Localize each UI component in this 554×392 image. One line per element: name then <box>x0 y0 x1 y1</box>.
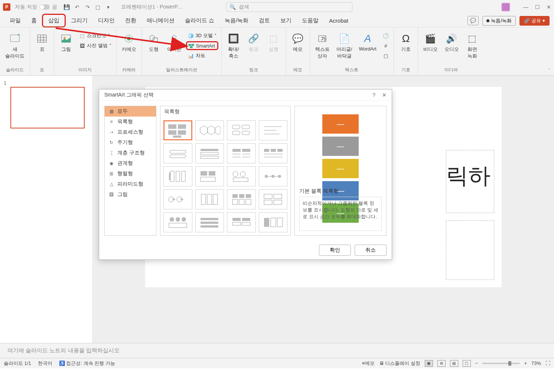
collapse-ribbon-icon[interactable]: ˄ <box>548 68 550 73</box>
tab-review[interactable]: 검토 <box>254 15 275 26</box>
cat-list[interactable]: ≡목록형 <box>105 117 156 127</box>
sorter-view-icon[interactable]: ⊞ <box>437 360 446 367</box>
layout-item[interactable] <box>163 143 192 163</box>
ok-button[interactable]: 확인 <box>319 245 351 256</box>
cat-all[interactable]: ▦모두 <box>105 106 156 117</box>
comments-button[interactable]: 💬 <box>467 16 479 25</box>
notes-toggle[interactable]: ≡메모 <box>362 360 375 367</box>
layout-item[interactable] <box>259 166 288 186</box>
normal-view-icon[interactable]: ▣ <box>425 360 433 367</box>
cancel-button[interactable]: 취소 <box>355 245 387 256</box>
tab-file[interactable]: 파일 <box>4 15 26 26</box>
tab-acrobat[interactable]: Acrobat <box>324 15 353 26</box>
layout-item[interactable] <box>259 143 288 163</box>
slide-thumbnail-1[interactable] <box>10 87 85 128</box>
datetime-button[interactable]: 🕐 <box>381 31 391 40</box>
cat-picture[interactable]: 🖼그림 <box>105 189 156 200</box>
slide-indicator[interactable]: 슬라이드 1/1 <box>4 360 31 367</box>
redo-icon[interactable]: ↷ <box>84 3 91 11</box>
maximize-icon[interactable]: ☐ <box>535 4 540 10</box>
wordart-button[interactable]: AWordArt <box>356 31 378 52</box>
display-settings[interactable]: 🖥 디스플레이 설정 <box>379 360 420 367</box>
screenshot-button[interactable]: ⬚스크린샷 ˅ <box>77 31 113 40</box>
layout-item[interactable] <box>163 166 192 186</box>
minimize-icon[interactable]: ― <box>523 4 528 10</box>
tab-slideshow[interactable]: 슬라이드 쇼 <box>180 15 219 26</box>
undo-icon[interactable]: ↶ <box>74 3 81 11</box>
cameo-button[interactable]: 카메오 <box>120 31 138 53</box>
fit-to-window-icon[interactable]: ⛶ <box>545 360 550 366</box>
icons-button[interactable]: 아이콘 <box>165 31 184 53</box>
shapes-button[interactable]: 도형 <box>145 31 163 53</box>
picture-button[interactable]: 그림 <box>57 31 75 53</box>
dialog-close-icon[interactable]: ✕ <box>382 92 387 98</box>
tab-help[interactable]: 도움말 <box>297 15 324 26</box>
slideshow-view-icon[interactable]: ▢ <box>463 360 471 367</box>
zoom-button[interactable]: 🔲확대/ 축소 <box>225 31 242 60</box>
screen-recording-button[interactable]: ⬚화면 녹화 <box>463 31 481 60</box>
tab-transition[interactable]: 전환 <box>120 15 141 26</box>
autosave-toggle[interactable]: 자동 저장 끔 <box>15 4 57 10</box>
tab-animation[interactable]: 애니메이션 <box>141 15 180 26</box>
slide-number-button[interactable]: # <box>381 41 391 50</box>
chart-button[interactable]: 📊차트 <box>186 51 218 60</box>
layout-item[interactable] <box>259 189 288 209</box>
notes-pane[interactable]: 여기에 슬라이드 노트의 내용을 입력하십시오 <box>0 343 554 358</box>
close-icon[interactable]: ✕ <box>547 4 551 10</box>
cat-hierarchy[interactable]: ⌶계층 구조형 <box>105 148 156 158</box>
cat-relation[interactable]: ◉관계형 <box>105 158 156 169</box>
tab-insert[interactable]: 삽입 <box>42 14 66 27</box>
photo-album-button[interactable]: 🖼사진 앨범 ˅ <box>77 41 113 50</box>
language-indicator[interactable]: 한국어 <box>38 360 52 367</box>
layout-item[interactable] <box>195 143 224 163</box>
accessibility-indicator[interactable]: ♿ 접근성: 계속 진행 가능 <box>59 360 115 367</box>
zoom-slider[interactable] <box>482 363 519 364</box>
layout-item[interactable] <box>195 212 224 232</box>
audio-button[interactable]: 🔊오디오 <box>442 31 461 53</box>
tab-home[interactable]: 홈 <box>26 15 42 26</box>
tab-view[interactable]: 보기 <box>275 15 297 26</box>
layout-item[interactable] <box>163 189 192 209</box>
layout-item[interactable] <box>259 212 288 232</box>
cat-matrix[interactable]: ⊞행렬형 <box>105 169 156 179</box>
dialog-help-icon[interactable]: ? <box>372 92 375 98</box>
tab-design[interactable]: 디자인 <box>93 15 120 26</box>
layout-item[interactable] <box>227 189 256 209</box>
share-button[interactable]: 🔗 공유 ▾ <box>519 16 550 26</box>
zoom-value[interactable]: 73% <box>531 360 541 366</box>
layout-item[interactable] <box>163 212 192 232</box>
search-input[interactable]: 🔍 검색 <box>226 2 352 12</box>
layout-item[interactable] <box>227 120 256 140</box>
reading-view-icon[interactable]: ▤ <box>450 360 458 367</box>
qat-dropdown-icon[interactable]: ▾ <box>105 3 112 11</box>
tab-draw[interactable]: 그리기 <box>66 15 93 26</box>
3dmodel-button[interactable]: 🧊3D 모델 ˅ <box>186 31 218 40</box>
table-button[interactable]: 표 <box>33 31 51 53</box>
toggle-icon[interactable] <box>39 4 50 10</box>
record-button[interactable]: 녹음/녹화 <box>482 16 516 26</box>
layout-item[interactable] <box>195 189 224 209</box>
video-button[interactable]: 🎬비디오 <box>421 31 440 53</box>
textbox-button[interactable]: 가텍스트 상자 <box>313 31 332 60</box>
user-avatar[interactable] <box>502 3 510 11</box>
cat-pyramid[interactable]: △피라미드형 <box>105 179 156 189</box>
layout-item[interactable] <box>195 166 224 186</box>
layout-item[interactable] <box>227 143 256 163</box>
symbol-button[interactable]: Ω기호 <box>397 31 415 53</box>
headerfooter-button[interactable]: 📄머리글/ 바닥글 <box>334 31 355 60</box>
object-button[interactable]: ▢ <box>381 51 391 60</box>
cat-process[interactable]: ⇢프로세스형 <box>105 127 156 137</box>
smartart-button[interactable]: SmartArt <box>186 41 218 50</box>
link-button[interactable]: 🔗링크 <box>245 31 263 53</box>
layout-item[interactable] <box>195 120 224 140</box>
subtitle-placeholder[interactable] <box>446 220 494 280</box>
save-icon[interactable]: 💾 <box>63 3 71 11</box>
action-button[interactable]: ⬚실행 <box>265 31 283 53</box>
tab-record[interactable]: 녹음/녹화 <box>219 15 254 26</box>
layout-basic-block[interactable] <box>163 120 192 140</box>
zoom-in-icon[interactable]: + <box>524 360 527 366</box>
layout-item[interactable] <box>227 212 256 232</box>
new-slide-button[interactable]: + 새 슬라이드 <box>3 31 27 60</box>
present-icon[interactable]: ▢ <box>94 3 102 11</box>
zoom-out-icon[interactable]: − <box>475 360 478 366</box>
